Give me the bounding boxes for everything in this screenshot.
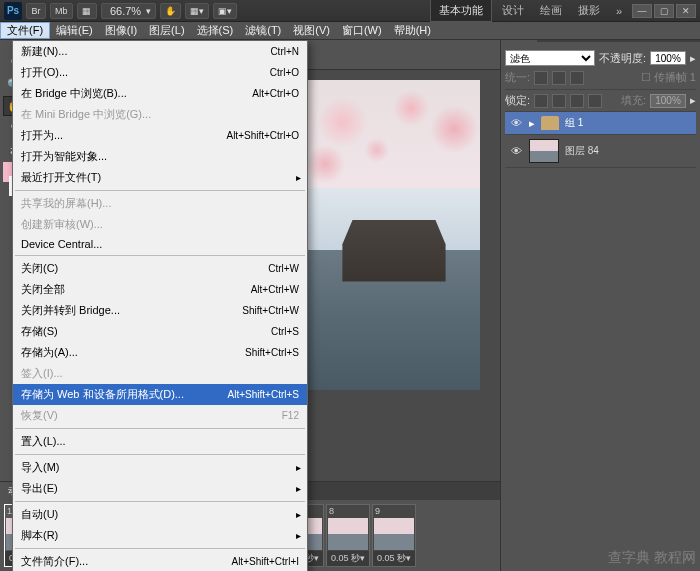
file-menu-item: 共享我的屏幕(H)... (13, 193, 307, 214)
opacity-input[interactable] (650, 51, 686, 65)
file-menu-item[interactable]: 存储(S)Ctrl+S (13, 321, 307, 342)
workspace-design[interactable]: 设计 (496, 0, 530, 21)
lock-transparency-icon[interactable] (534, 94, 548, 108)
title-bar: Ps Br Mb ▦ 66.7% ▾ ✋ ▦▾ ▣▾ 基本功能 设计 绘画 摄影… (0, 0, 700, 22)
file-menu-item[interactable]: 打开为智能对象... (13, 146, 307, 167)
file-menu-dropdown: 新建(N)...Ctrl+N打开(O)...Ctrl+O在 Bridge 中浏览… (12, 40, 308, 571)
frame-number: 8 (327, 505, 369, 517)
file-menu-item[interactable]: 关闭并转到 Bridge...Shift+Ctrl+W (13, 300, 307, 321)
menu-select[interactable]: 选择(S) (191, 22, 240, 39)
layer-row[interactable]: 👁图层 84 (505, 135, 696, 168)
timeline-frame[interactable]: 90.05 秒▾ (372, 504, 416, 567)
file-menu-item[interactable]: 最近打开文件(T) (13, 167, 307, 188)
workspace-paint[interactable]: 绘画 (534, 0, 568, 21)
image-content (308, 80, 480, 220)
file-menu-item[interactable]: 在 Bridge 中浏览(B)...Alt+Ctrl+O (13, 83, 307, 104)
fill-input[interactable] (650, 94, 686, 108)
lock-position-icon[interactable] (570, 94, 584, 108)
file-menu-item: 签入(I)... (13, 363, 307, 384)
file-menu-item[interactable]: 导出(E) (13, 478, 307, 499)
opacity-arrow-icon[interactable]: ▸ (690, 52, 696, 65)
menu-bar: 文件(F) 编辑(E) 图像(I) 图层(L) 选择(S) 滤镜(T) 视图(V… (0, 22, 700, 40)
blend-mode-select[interactable]: 滤色 (505, 50, 595, 66)
view-extras-button[interactable]: ▦ (77, 3, 97, 19)
screen-mode-button[interactable]: ▣▾ (213, 3, 237, 19)
hand-tool-button[interactable]: ✋ (160, 3, 181, 19)
file-menu-item: 在 Mini Bridge 中浏览(G)... (13, 104, 307, 125)
menu-filter[interactable]: 滤镜(T) (239, 22, 287, 39)
fill-arrow-icon[interactable]: ▸ (690, 94, 696, 107)
menu-edit[interactable]: 编辑(E) (50, 22, 99, 39)
file-menu-item[interactable]: 自动(U) (13, 504, 307, 525)
unify-style-icon[interactable] (570, 71, 584, 85)
layer-name-label: 图层 84 (565, 144, 599, 158)
frame-delay[interactable]: 0.05 秒▾ (373, 551, 415, 566)
lock-all-icon[interactable] (588, 94, 602, 108)
layers-panel: 滤色 不透明度: ▸ 统一: ☐ 传播帧 1 锁定: 填充: ▸ 👁▸组 1👁图… (501, 42, 700, 172)
menu-file[interactable]: 文件(F) (0, 22, 50, 39)
unify-visibility-icon[interactable] (552, 71, 566, 85)
menu-layer[interactable]: 图层(L) (143, 22, 190, 39)
menu-view[interactable]: 视图(V) (287, 22, 336, 39)
folder-icon (541, 116, 559, 130)
file-menu-item[interactable]: 关闭全部Alt+Ctrl+W (13, 279, 307, 300)
file-menu-item[interactable]: 打开为...Alt+Shift+Ctrl+O (13, 125, 307, 146)
frame-number: 9 (373, 505, 415, 517)
unify-label: 统一: (505, 70, 530, 85)
unify-position-icon[interactable] (534, 71, 548, 85)
frame-thumbnail (374, 518, 414, 550)
fill-label: 填充: (621, 93, 646, 108)
image-content-building (342, 220, 445, 282)
file-menu-item[interactable]: 置入(L)... (13, 431, 307, 452)
workspace-photo[interactable]: 摄影 (572, 0, 606, 21)
zoom-dropdown[interactable]: 66.7% ▾ (101, 3, 156, 19)
workspace-active[interactable]: 基本功能 (430, 0, 492, 22)
file-menu-item[interactable]: 存储为(A)...Shift+Ctrl+S (13, 342, 307, 363)
frame-delay[interactable]: 0.05 秒▾ (327, 551, 369, 566)
menu-help[interactable]: 帮助(H) (388, 22, 437, 39)
file-menu-item: 恢复(V)F12 (13, 405, 307, 426)
minibridge-button[interactable]: Mb (50, 3, 73, 19)
layer-row[interactable]: 👁▸组 1 (505, 112, 696, 135)
file-menu-item[interactable]: 打开(O)...Ctrl+O (13, 62, 307, 83)
frame-thumbnail (328, 518, 368, 550)
close-button[interactable]: ✕ (676, 4, 696, 18)
maximize-button[interactable]: ▢ (654, 4, 674, 18)
panels-dock: 图层 通道 路径 滤色 不透明度: ▸ 统一: ☐ 传播帧 1 锁定: 填充: … (500, 22, 700, 571)
timeline-frame[interactable]: 80.05 秒▾ (326, 504, 370, 567)
minimize-button[interactable]: — (632, 4, 652, 18)
file-menu-item[interactable]: Device Central... (13, 235, 307, 253)
arrange-button[interactable]: ▦▾ (185, 3, 209, 19)
opacity-label: 不透明度: (599, 51, 646, 66)
bridge-button[interactable]: Br (26, 3, 46, 19)
file-menu-item[interactable]: 新建(N)...Ctrl+N (13, 41, 307, 62)
ps-logo: Ps (4, 2, 22, 20)
file-menu-item[interactable]: 导入(M) (13, 457, 307, 478)
window-controls: — ▢ ✕ (632, 4, 696, 18)
lock-label: 锁定: (505, 93, 530, 108)
file-menu-item[interactable]: 关闭(C)Ctrl+W (13, 258, 307, 279)
layer-list: 👁▸组 1👁图层 84 (505, 112, 696, 168)
file-menu-item[interactable]: 文件简介(F)...Alt+Shift+Ctrl+I (13, 551, 307, 571)
file-menu-item: 创建新审核(W)... (13, 214, 307, 235)
layer-name-label: 组 1 (565, 116, 583, 130)
visibility-icon[interactable]: 👁 (509, 116, 523, 130)
file-menu-item[interactable]: 脚本(R) (13, 525, 307, 546)
document-canvas[interactable] (308, 80, 480, 390)
file-menu-item[interactable]: 存储为 Web 和设备所用格式(D)...Alt+Shift+Ctrl+S (13, 384, 307, 405)
expand-arrow-icon[interactable]: ▸ (529, 117, 535, 130)
menu-window[interactable]: 窗口(W) (336, 22, 388, 39)
menu-image[interactable]: 图像(I) (99, 22, 143, 39)
visibility-icon[interactable]: 👁 (509, 144, 523, 158)
lock-pixels-icon[interactable] (552, 94, 566, 108)
layer-thumbnail (529, 139, 559, 163)
workspace-more[interactable]: » (610, 2, 628, 20)
